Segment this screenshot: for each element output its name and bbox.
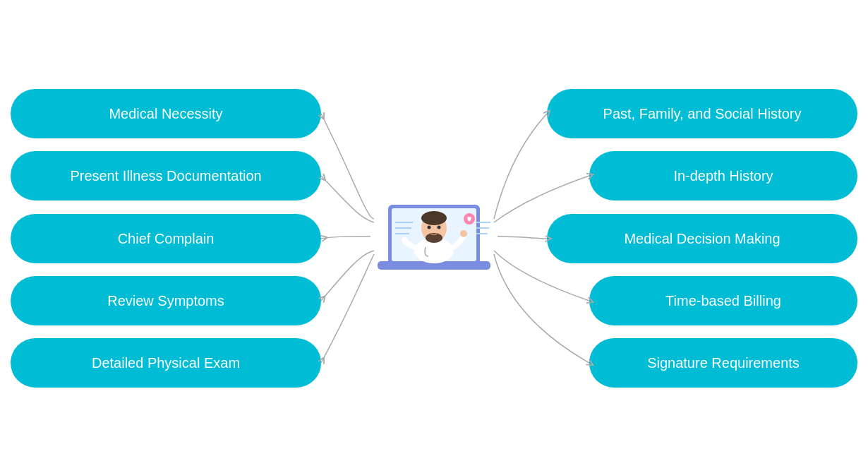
svg-point-8 bbox=[438, 226, 441, 229]
node-time-based: Time-based Billing bbox=[589, 276, 857, 325]
node-present-illness: Present Illness Documentation bbox=[11, 151, 321, 200]
node-past-family: Past, Family, and Social History bbox=[547, 89, 857, 138]
node-medical-decision: Medical Decision Making bbox=[547, 214, 857, 263]
center-doctor-laptop bbox=[370, 180, 498, 293]
svg-point-7 bbox=[428, 226, 431, 229]
node-chief-complain: Chief Complain bbox=[11, 214, 321, 263]
svg-point-9 bbox=[460, 230, 467, 237]
node-medical-necessity: Medical Necessity bbox=[11, 89, 321, 138]
svg-point-5 bbox=[421, 211, 447, 225]
node-detailed-physical: Detailed Physical Exam bbox=[11, 338, 321, 388]
node-review-symptoms: Review Symptoms bbox=[11, 276, 321, 325]
node-indepth-history: In-depth History bbox=[589, 151, 857, 200]
diagram-container: Medical Necessity Present Illness Docume… bbox=[0, 0, 868, 473]
node-signature: Signature Requirements bbox=[589, 338, 857, 388]
